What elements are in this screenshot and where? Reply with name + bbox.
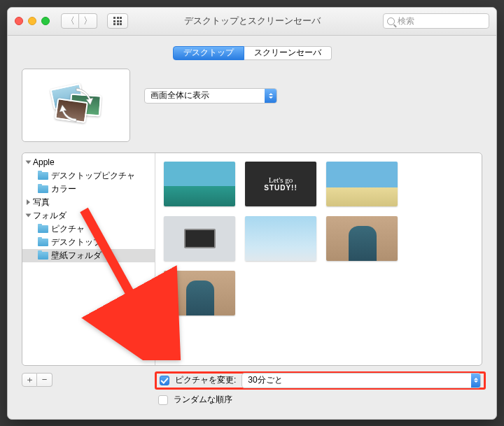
- window-title: デスクトップとスクリーンセーバ: [184, 15, 321, 27]
- wallpaper-thumbnail[interactable]: [326, 216, 398, 261]
- folder-icon: [38, 172, 48, 180]
- random-order-row: ランダムな順序: [158, 391, 482, 409]
- sidebar-item-pictures[interactable]: ピクチャ: [22, 222, 155, 236]
- titlebar: 〈 〉 デスクトップとスクリーンセーバ 検索: [8, 8, 496, 36]
- folder-icon: [38, 239, 48, 246]
- folder-icon: [38, 225, 48, 233]
- folder-icon: [38, 185, 48, 193]
- fit-mode-select[interactable]: 画面全体に表示: [144, 88, 277, 104]
- preferences-window: 〈 〉 デスクトップとスクリーンセーバ 検索 デスクトップ スクリーンセーバ: [7, 7, 497, 420]
- wallpaper-thumbnail[interactable]: [164, 216, 235, 261]
- sidebar-group-folders[interactable]: フォルダ: [22, 209, 155, 222]
- search-field[interactable]: 検索: [383, 13, 489, 29]
- disclosure-triangle-icon: [26, 161, 31, 164]
- dropdown-arrows-icon: [471, 374, 480, 388]
- thumbnail-grid: Let's goSTUDY!!: [155, 153, 482, 365]
- tab-desktop[interactable]: デスクトップ: [173, 46, 244, 60]
- chevron-right-icon: 〉: [83, 15, 92, 27]
- interval-value: 30分ごと: [248, 374, 282, 386]
- sidebar-item-wallpaper-folder[interactable]: 壁紙フォルダ: [22, 249, 155, 262]
- nav-buttons: 〈 〉: [61, 13, 97, 29]
- disclosure-triangle-icon: [26, 214, 31, 218]
- rotating-wallpaper-icon: [52, 80, 101, 129]
- search-icon: [387, 17, 395, 25]
- bottom-controls: ＋ − ピクチャを変更: 30分ごと ランダムな順序: [8, 366, 496, 419]
- random-order-checkbox[interactable]: [158, 395, 168, 405]
- wallpaper-thumbnail[interactable]: [326, 162, 398, 206]
- wallpaper-thumbnail[interactable]: [164, 271, 235, 315]
- change-picture-label: ピクチャを変更:: [175, 374, 236, 386]
- sidebar-group-photos[interactable]: 写真: [22, 196, 155, 209]
- wallpaper-preview: [22, 69, 130, 142]
- change-picture-row: ピクチャを変更: 30分ごと: [155, 371, 486, 390]
- remove-folder-button[interactable]: −: [37, 373, 52, 387]
- sidebar-item-desktop-pictures[interactable]: デスクトップピクチャ: [22, 169, 155, 183]
- sidebar-item-desktop-folder[interactable]: デスクトップ: [22, 236, 155, 249]
- close-button[interactable]: [15, 17, 23, 25]
- tab-screensaver[interactable]: スクリーンセーバ: [244, 46, 332, 60]
- search-placeholder: 検索: [398, 15, 414, 27]
- window-controls: [15, 17, 50, 25]
- zoom-button[interactable]: [41, 17, 50, 25]
- wallpaper-thumbnail[interactable]: [245, 216, 316, 261]
- source-sidebar[interactable]: Apple デスクトップピクチャ カラー 写真 フォルダ ピクチャ デスクトップ…: [22, 153, 155, 365]
- wallpaper-thumbnail[interactable]: Let's goSTUDY!!: [245, 162, 316, 206]
- upper-section: 画面全体に表示: [8, 69, 496, 152]
- minimize-button[interactable]: [28, 17, 36, 25]
- change-picture-checkbox[interactable]: [160, 376, 169, 385]
- chevron-left-icon: 〈: [66, 15, 75, 27]
- folder-icon: [38, 252, 48, 260]
- disclosure-triangle-icon: [27, 199, 30, 205]
- sidebar-item-colors[interactable]: カラー: [22, 183, 155, 196]
- interval-select[interactable]: 30分ごと: [241, 373, 481, 388]
- dropdown-arrows-icon: [265, 89, 276, 103]
- add-remove-buttons: ＋ −: [22, 373, 52, 387]
- tab-bar: デスクトップ スクリーンセーバ: [8, 36, 496, 69]
- fit-mode-value: 画面全体に表示: [150, 90, 209, 101]
- lower-section: Apple デスクトップピクチャ カラー 写真 フォルダ ピクチャ デスクトップ…: [22, 152, 482, 366]
- random-order-label: ランダムな順序: [174, 394, 232, 406]
- show-all-button[interactable]: [107, 13, 128, 29]
- back-button[interactable]: 〈: [61, 13, 79, 29]
- grid-icon: [113, 17, 122, 25]
- wallpaper-thumbnail[interactable]: [164, 162, 235, 206]
- sidebar-group-apple[interactable]: Apple: [22, 156, 155, 169]
- forward-button[interactable]: 〉: [79, 13, 97, 29]
- add-folder-button[interactable]: ＋: [22, 373, 37, 387]
